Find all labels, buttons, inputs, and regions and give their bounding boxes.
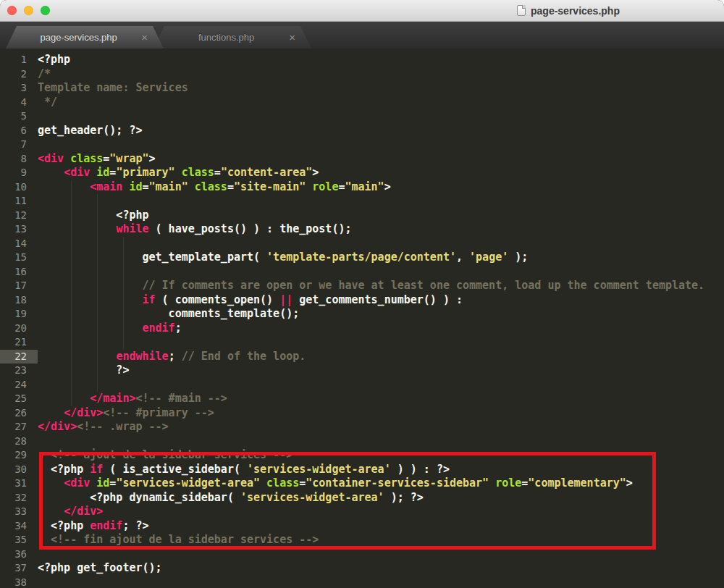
code-token-plain: = xyxy=(227,180,234,193)
code-line[interactable]: 18 if ( comments_open() || get_comments_… xyxy=(0,293,724,308)
line-number[interactable]: 1 xyxy=(0,53,38,67)
code-token-plain: <?php dynamic_sidebar( xyxy=(38,491,240,504)
code-line[interactable]: 12 <?php xyxy=(0,209,724,223)
line-number[interactable]: 35 xyxy=(0,533,38,547)
tab-page-services[interactable]: page-services.php × xyxy=(6,26,164,49)
minimize-button[interactable] xyxy=(24,6,33,15)
line-number[interactable]: 12 xyxy=(0,209,38,223)
code-text: <?php endif; ?> xyxy=(38,519,149,534)
line-number[interactable]: 26 xyxy=(0,406,38,421)
code-line[interactable]: 27</div><!-- .wrap --> xyxy=(0,420,724,434)
line-number[interactable]: 13 xyxy=(0,222,38,237)
code-line[interactable]: 2/* xyxy=(0,67,724,82)
code-line[interactable]: 24 xyxy=(0,378,724,392)
code-line[interactable]: 5 xyxy=(0,109,724,124)
code-line[interactable]: 19 comments_template(); xyxy=(0,307,724,322)
close-button[interactable] xyxy=(7,6,17,15)
line-number[interactable]: 17 xyxy=(0,279,38,293)
line-number[interactable]: 10 xyxy=(0,180,38,195)
line-number[interactable]: 19 xyxy=(0,307,38,322)
line-number[interactable]: 16 xyxy=(0,265,38,280)
code-line[interactable]: 37<?php get_footer(); xyxy=(0,561,724,576)
line-number[interactable]: 7 xyxy=(0,138,38,152)
code-line[interactable]: 26 </div><!-- #primary --> xyxy=(0,406,724,421)
line-number[interactable]: 3 xyxy=(0,81,38,96)
code-line[interactable]: 34 <?php endif; ?> xyxy=(0,519,724,534)
line-number[interactable]: 25 xyxy=(0,392,38,406)
line-number[interactable]: 33 xyxy=(0,505,38,519)
code-line[interactable]: 11 xyxy=(0,194,724,209)
code-token-keyword: if xyxy=(143,293,156,306)
code-line[interactable]: 15 get_template_part( 'template-parts/pa… xyxy=(0,251,724,265)
line-number[interactable]: 11 xyxy=(0,194,38,209)
line-number[interactable]: 31 xyxy=(0,476,38,491)
line-number[interactable]: 8 xyxy=(0,152,38,167)
line-number[interactable]: 29 xyxy=(0,448,38,463)
tab-close-icon[interactable]: × xyxy=(289,32,295,43)
code-line[interactable]: 8<div class="wrap"> xyxy=(0,152,724,167)
code-token-plain: ; xyxy=(175,322,182,335)
code-token-plain: ; ?> xyxy=(122,519,148,532)
code-token-plain: = xyxy=(143,180,149,193)
code-line[interactable]: 9 <div id="primary" class="content-area"… xyxy=(0,166,724,180)
line-number[interactable]: 2 xyxy=(0,67,38,82)
code-line[interactable]: 21 xyxy=(0,335,724,350)
code-line[interactable]: 23 ?> xyxy=(0,364,724,378)
code-token-attr: id xyxy=(122,180,142,193)
line-number[interactable]: 5 xyxy=(0,109,38,124)
line-number[interactable]: 21 xyxy=(0,335,38,350)
code-line[interactable]: 36 xyxy=(0,547,724,562)
code-token-keyword: if xyxy=(90,463,103,476)
line-number[interactable]: 23 xyxy=(0,364,38,378)
code-line[interactable]: 10 <main id="main" class="site-main" rol… xyxy=(0,180,724,195)
line-number[interactable]: 27 xyxy=(0,420,38,434)
code-line[interactable]: 17 // If comments are open or we have at… xyxy=(0,279,724,293)
code-line[interactable]: 25 </main><!-- #main --> xyxy=(0,392,724,406)
code-line[interactable]: 14 xyxy=(0,237,724,251)
line-number[interactable]: 37 xyxy=(0,561,38,576)
line-number[interactable]: 20 xyxy=(0,322,38,336)
code-line[interactable]: 4 */ xyxy=(0,96,724,110)
code-line[interactable]: 35 <!-- fin ajout de la sidebar services… xyxy=(0,533,724,547)
line-number[interactable]: 34 xyxy=(0,519,38,534)
code-line[interactable]: 6get_header(); ?> xyxy=(0,124,724,138)
code-line[interactable]: 31 <div id="services-widget-area" class=… xyxy=(0,476,724,491)
line-number[interactable]: 36 xyxy=(0,547,38,562)
code-line[interactable]: 28 xyxy=(0,434,724,449)
code-token-string: 'template-parts/page/content' xyxy=(266,251,456,264)
code-line[interactable]: 38 xyxy=(0,576,724,588)
code-token-plain xyxy=(38,392,90,405)
code-line[interactable]: 30 <?php if ( is_active_sidebar( 'servic… xyxy=(0,463,724,477)
code-text: if ( comments_open() || get_comments_num… xyxy=(38,293,463,308)
zoom-button[interactable] xyxy=(41,6,50,15)
code-line[interactable]: 20 endif; xyxy=(0,322,724,336)
code-token-tag: <main xyxy=(90,180,122,193)
code-token-tag: <div xyxy=(64,476,90,490)
line-number[interactable]: 15 xyxy=(0,251,38,265)
tab-functions[interactable]: functions.php × xyxy=(153,26,311,49)
tab-close-icon[interactable]: × xyxy=(141,32,148,43)
line-number[interactable]: 4 xyxy=(0,96,38,110)
code-line[interactable]: 32 <?php dynamic_sidebar( 'services-widg… xyxy=(0,491,724,505)
code-line[interactable]: 13 while ( have_posts() ) : the_post(); xyxy=(0,222,724,237)
line-number[interactable]: 32 xyxy=(0,491,38,505)
line-number[interactable]: 9 xyxy=(0,166,38,180)
code-line[interactable]: 7 xyxy=(0,138,724,152)
line-number[interactable]: 22 xyxy=(0,350,38,364)
line-number[interactable]: 38 xyxy=(0,576,38,588)
code-line[interactable]: 29 <!-- ajout de la sidebar services --> xyxy=(0,448,724,463)
line-number[interactable]: 14 xyxy=(0,237,38,251)
line-number[interactable]: 6 xyxy=(0,124,38,138)
line-number[interactable]: 24 xyxy=(0,378,38,392)
line-number[interactable]: 28 xyxy=(0,434,38,449)
code-token-plain: <?php xyxy=(38,519,90,532)
code-line[interactable]: 16 xyxy=(0,265,724,280)
code-line[interactable]: 1<?php xyxy=(0,53,724,67)
line-number[interactable]: 18 xyxy=(0,293,38,308)
code-line[interactable]: 22 endwhile; // End of the loop. xyxy=(0,350,724,364)
code-line[interactable]: 33 </div> xyxy=(0,505,724,519)
line-number[interactable]: 30 xyxy=(0,463,38,477)
code-line[interactable]: 3Template name: Services xyxy=(0,81,724,96)
code-token-keyword: endwhile xyxy=(116,350,168,363)
code-token-tag: <div xyxy=(38,152,64,165)
